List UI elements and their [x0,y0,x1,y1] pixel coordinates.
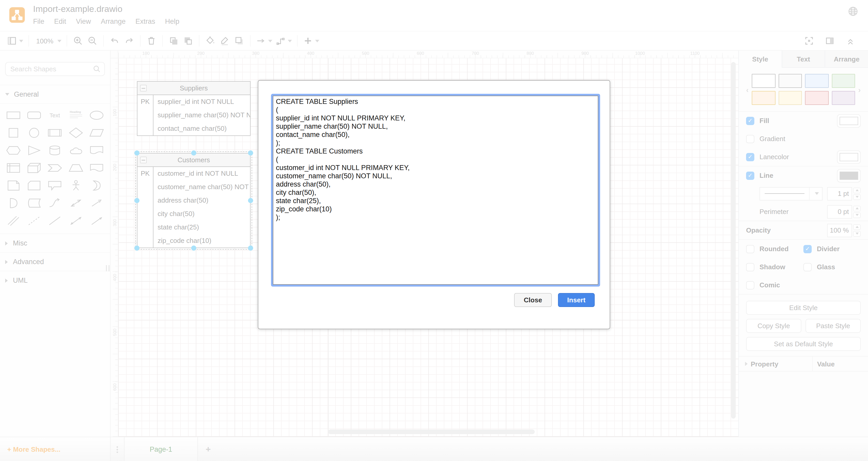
close-button[interactable]: Close [514,293,552,307]
drawio-app: Import-example.drawio FileEditViewArrang… [0,0,868,461]
sql-textarea[interactable]: CREATE TABLE Suppliers ( supplier_id int… [273,96,598,285]
insert-button[interactable]: Insert [558,293,595,307]
import-sql-dialog: CREATE TABLE Suppliers ( supplier_id int… [258,80,610,329]
